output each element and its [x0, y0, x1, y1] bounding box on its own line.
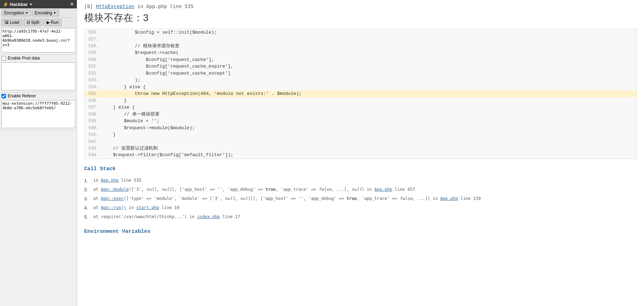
- call-stack-number: 1.: [84, 176, 91, 185]
- title-dropdown-arrow: ▼: [29, 2, 33, 6]
- line-number: 536.: [84, 97, 102, 104]
- encryption-dropdown[interactable]: Encryption ▼: [1, 9, 31, 16]
- code-line: 543. // 设置默认过滤机制: [84, 145, 637, 152]
- code-line: 529. $request->cache(: [84, 49, 637, 56]
- line-number: 541.: [84, 131, 102, 138]
- sidebar-title-area: ⚡ Hackbar ▼: [3, 2, 33, 7]
- close-icon[interactable]: ✕: [70, 1, 74, 7]
- url-section: http://a93c1795-47a7-4e22-a861-6b96a9380…: [0, 27, 77, 55]
- line-code: $config = self::init($module);: [102, 29, 637, 36]
- line-number: 542.: [84, 138, 102, 145]
- call-stack-file-link[interactable]: start.php: [136, 205, 159, 210]
- referer-textarea[interactable]: moz-extension://fff77f05-9212-4b0d-a706-…: [1, 100, 75, 128]
- line-number: 528.: [84, 43, 102, 49]
- code-line: 526. $config = self::init($module);: [84, 29, 637, 36]
- code-line: 538. // 单一模块部署: [84, 111, 637, 118]
- action-buttons: 🖫 Load ⊟ Split ▶ Run: [0, 18, 77, 27]
- line-code: $config['request_cache_except']: [102, 70, 637, 77]
- encryption-arrow: ▼: [25, 11, 28, 15]
- call-stack-file-link[interactable]: App.php: [440, 196, 458, 201]
- enable-post-label: Enable Post data: [8, 56, 40, 61]
- line-code: );: [102, 77, 637, 84]
- sidebar-header: ⚡ Hackbar ▼ ✕: [0, 0, 77, 8]
- call-stack-desc: at App::module(['3', null, null], ['app_…: [93, 185, 415, 194]
- post-data-section: [0, 62, 77, 92]
- call-stack-file-link[interactable]: App.php: [374, 187, 392, 192]
- call-stack-item: 5.at require('/var/www/html/thinkp...') …: [84, 213, 637, 222]
- code-line: 541. }: [84, 131, 637, 138]
- line-code: }: [102, 97, 637, 104]
- code-line: 531. $config['request_cache_expire'],: [84, 63, 637, 70]
- call-stack-file-link[interactable]: App.php: [101, 178, 119, 183]
- code-line: 527.: [84, 36, 637, 43]
- line-number: 533.: [84, 77, 102, 83]
- code-line: 530. $config['request_cache'],: [84, 56, 637, 63]
- encryption-label: Encryption: [4, 11, 24, 15]
- sidebar: ⚡ Hackbar ▼ ✕ Encryption ▼ Encoding ▼ 🖫 …: [0, 0, 77, 306]
- line-code: $module = '';: [102, 118, 637, 125]
- split-icon: ⊟: [27, 20, 30, 25]
- load-icon: 🖫: [5, 20, 9, 25]
- call-stack-number: 5.: [84, 213, 91, 222]
- call-stack-number: 2.: [84, 185, 91, 194]
- load-label: Load: [10, 20, 19, 25]
- line-number: 538.: [84, 111, 102, 118]
- call-stack-list: 1.in App.php line 5352.at App::module(['…: [84, 176, 637, 222]
- code-line: 537. } else {: [84, 104, 637, 111]
- code-line: 535. throw new HttpException(404, 'modul…: [84, 90, 637, 97]
- run-label: Run: [51, 20, 59, 25]
- code-line: 534. } else {: [84, 84, 637, 91]
- line-code: } else {: [102, 104, 637, 111]
- error-title: 模块不存在：3: [84, 11, 637, 25]
- line-code: $config['request_cache_expire'],: [102, 63, 637, 70]
- call-stack-item: 3.at App::exec(['type' => 'module', 'mod…: [84, 194, 637, 203]
- code-line: 536. }: [84, 97, 637, 104]
- env-variables-title: Environment Variables: [84, 229, 637, 235]
- line-number: 530.: [84, 56, 102, 63]
- enable-referer-row: Enable Referer: [0, 92, 77, 99]
- run-button[interactable]: ▶ Run: [43, 19, 62, 26]
- call-stack-func-link[interactable]: App::exec: [101, 196, 124, 201]
- load-button[interactable]: 🖫 Load: [1, 19, 22, 26]
- call-stack-title: Call Stack: [84, 166, 637, 172]
- call-stack-desc: at App::exec(['type' => 'module', 'modul…: [93, 194, 481, 203]
- code-block: 526. $config = self::init($module);527.5…: [84, 29, 637, 159]
- split-button[interactable]: ⊟ Split: [23, 19, 42, 26]
- code-line: 528. // 模块请求缓存检查: [84, 43, 637, 50]
- url-textarea[interactable]: http://a93c1795-47a7-4e22-a861-6b96a9380…: [1, 28, 75, 53]
- code-line: 533. );: [84, 77, 637, 84]
- line-number: 531.: [84, 63, 102, 70]
- call-stack-item: 2.at App::module(['3', null, null], ['ap…: [84, 185, 637, 194]
- call-stack-func-link[interactable]: App::run(): [101, 205, 126, 210]
- hackbar-icon: ⚡: [3, 2, 8, 7]
- main-content: [0] HttpException in App.php line 535 模块…: [77, 0, 644, 306]
- split-label: Split: [31, 20, 39, 25]
- call-stack-number: 3.: [84, 194, 91, 203]
- line-number: 534.: [84, 84, 102, 90]
- call-stack-func-link[interactable]: App::module: [101, 187, 129, 192]
- line-code: // 单一模块部署: [102, 111, 637, 118]
- line-code: } else {: [102, 84, 637, 91]
- enable-post-checkbox[interactable]: [1, 56, 6, 61]
- encoding-label: Encoding: [35, 11, 52, 15]
- line-code: $request->module($module);: [102, 125, 637, 132]
- code-line: 532. $config['request_cache_except']: [84, 70, 637, 77]
- line-code: $request->filter($config['default_filter…: [102, 152, 637, 159]
- line-number: 529.: [84, 49, 102, 56]
- call-stack-file-link[interactable]: index.php: [197, 214, 220, 219]
- line-code: throw new HttpException(404, 'module not…: [102, 90, 637, 97]
- call-stack-desc: at App::run() in start.php line 19: [93, 203, 179, 213]
- line-number: 537.: [84, 104, 102, 111]
- enable-referer-checkbox[interactable]: [1, 94, 6, 98]
- error-location: [0] HttpException in App.php line 535: [84, 4, 637, 9]
- call-stack-desc: at require('/var/www/html/thinkp...') in…: [93, 213, 240, 222]
- run-icon: ▶: [47, 20, 50, 25]
- code-line: 539. $module = '';: [84, 118, 637, 125]
- error-class-link[interactable]: HttpException: [96, 4, 135, 9]
- error-location-text: in App.php line 535: [137, 4, 194, 9]
- post-data-textarea[interactable]: [1, 62, 75, 90]
- line-number: 532.: [84, 70, 102, 77]
- line-code: $config['request_cache'],: [102, 56, 637, 63]
- line-number: 535.: [84, 90, 102, 97]
- encoding-dropdown[interactable]: Encoding ▼: [32, 9, 59, 16]
